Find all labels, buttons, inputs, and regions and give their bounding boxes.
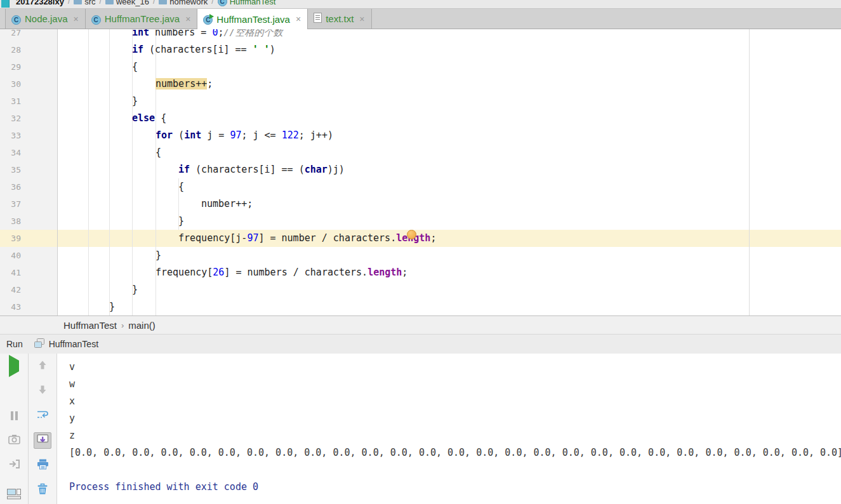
- run-toolwindow-body: vwxyz[0.0, 0.0, 0.0, 0.0, 0.0, 0.0, 0.0,…: [0, 354, 841, 504]
- clear-all-button[interactable]: [34, 482, 51, 498]
- tab-close-icon[interactable]: ×: [74, 14, 79, 24]
- code-line-36[interactable]: 36{: [0, 178, 841, 196]
- thread-dump-camera-icon: [8, 434, 20, 447]
- print-button[interactable]: [34, 457, 51, 474]
- line-number[interactable]: 42: [0, 281, 21, 298]
- code-segment: }: [156, 249, 161, 261]
- code-line-41[interactable]: 41frequency[26] = numbers / characters.l…: [0, 264, 841, 281]
- code-text: {: [132, 58, 138, 76]
- folder-icon: [105, 0, 114, 6]
- breadcrumb-method[interactable]: main(): [128, 320, 156, 331]
- navbar-separator: /: [150, 0, 157, 6]
- code-text: }: [132, 281, 138, 298]
- console-output-line: [0.0, 0.0, 0.0, 0.0, 0.0, 0.0, 0.0, 0.0,…: [69, 444, 841, 461]
- code-line-30[interactable]: 30numbers++;: [0, 76, 841, 93]
- code-segment: )j): [328, 164, 345, 175]
- code-line-38[interactable]: 38}: [0, 213, 841, 230]
- navbar-item-src[interactable]: src: [72, 0, 96, 6]
- navbar-item-label: homework: [169, 0, 208, 6]
- navbar-item-homework[interactable]: homework: [157, 0, 209, 6]
- line-number[interactable]: 43: [0, 298, 21, 315]
- tab-close-icon[interactable]: ×: [296, 14, 301, 24]
- run-toolbar-right: [29, 354, 57, 504]
- tab-node-java[interactable]: CNode.java×: [5, 9, 86, 29]
- code-line-28[interactable]: 28if (characters[i] == ' '): [0, 41, 841, 58]
- tab-huffmantest-java[interactable]: CHuffmanTest.java×: [197, 9, 308, 29]
- code-segment: ): [270, 44, 275, 55]
- run-console-output[interactable]: vwxyz[0.0, 0.0, 0.0, 0.0, 0.0, 0.0, 0.0,…: [57, 354, 841, 504]
- console-system-line: Process finished with exit code 0: [69, 479, 841, 496]
- text-file-icon: [314, 13, 322, 25]
- line-number[interactable]: 39: [0, 230, 21, 247]
- tab-text-txt[interactable]: text.txt×: [308, 9, 371, 29]
- code-line-37[interactable]: 37number++;: [0, 196, 841, 213]
- code-text: {: [156, 144, 161, 161]
- code-segment: numbers =: [149, 29, 212, 38]
- code-segment: }: [109, 301, 115, 312]
- stop-button: [5, 383, 23, 399]
- code-editor[interactable]: 27int numbers = 0;//空格的个数28if (character…: [0, 29, 841, 315]
- navbar-separator: /: [97, 0, 104, 6]
- pause-button: [5, 408, 23, 424]
- code-segment: frequency[: [156, 267, 213, 278]
- code-segment: number++;: [201, 198, 253, 209]
- console-output-line: x: [69, 393, 841, 410]
- code-line-34[interactable]: 34{: [0, 144, 841, 161]
- line-number[interactable]: 32: [0, 110, 21, 127]
- line-number[interactable]: 30: [0, 76, 21, 93]
- code-text: numbers++;: [156, 76, 213, 93]
- print-icon: [37, 459, 49, 472]
- navbar-item-week_16[interactable]: week_16: [104, 0, 150, 6]
- code-line-29[interactable]: 29{: [0, 58, 841, 76]
- line-number[interactable]: 38: [0, 213, 21, 230]
- line-number[interactable]: 35: [0, 161, 21, 178]
- code-text: }: [109, 298, 115, 315]
- soft-wrap-icon: [36, 409, 49, 422]
- code-segment: ; j <=: [241, 129, 281, 141]
- run-toolwindow-title[interactable]: Run: [0, 339, 29, 349]
- code-segment: ;: [402, 267, 407, 278]
- restore-layout-button[interactable]: [5, 487, 23, 503]
- code-line-43[interactable]: 43}: [0, 298, 841, 315]
- line-number[interactable]: 36: [0, 178, 21, 196]
- tab-huffmantree-java[interactable]: CHuffmanTree.java×: [86, 9, 198, 29]
- line-number[interactable]: 41: [0, 264, 21, 281]
- code-segment: if: [178, 164, 190, 175]
- code-segment: ; j++): [299, 129, 333, 141]
- tab-close-icon[interactable]: ×: [359, 14, 364, 24]
- line-number[interactable]: 40: [0, 247, 21, 264]
- code-line-27[interactable]: 27int numbers = 0;//空格的个数: [0, 29, 841, 41]
- rerun-button[interactable]: [5, 358, 23, 375]
- code-line-32[interactable]: 32else {: [0, 110, 841, 127]
- navbar-item-20172328lxy[interactable]: 20172328lxy: [0, 0, 65, 9]
- scroll-to-end-button[interactable]: [34, 432, 51, 449]
- code-line-31[interactable]: 31}: [0, 93, 841, 110]
- breadcrumb-class[interactable]: HuffmanTest: [63, 320, 117, 331]
- navbar-item-label: week_16: [116, 0, 149, 6]
- code-line-35[interactable]: 35if (characters[i] == (char)j): [0, 161, 841, 178]
- line-number[interactable]: 34: [0, 144, 21, 161]
- run-config-tab[interactable]: HuffmanTest: [29, 335, 103, 354]
- line-number[interactable]: 29: [0, 58, 21, 76]
- console-output-line: z: [69, 427, 841, 444]
- run-config-name: HuffmanTest: [49, 339, 98, 349]
- run-toolbar-left: [0, 354, 29, 504]
- line-number[interactable]: 31: [0, 93, 21, 110]
- intention-bulb-icon[interactable]: [407, 230, 416, 239]
- code-segment: else: [132, 112, 155, 124]
- code-line-39[interactable]: 39frequency[j-97] = number / characters.…: [0, 230, 841, 247]
- navbar-item-huffmantest[interactable]: CHuffmanTest: [216, 0, 277, 6]
- code-line-33[interactable]: 33for (int j = 97; j <= 122; j++): [0, 127, 841, 144]
- tab-close-icon[interactable]: ×: [185, 14, 190, 24]
- code-line-40[interactable]: 40}: [0, 247, 841, 264]
- line-number[interactable]: 37: [0, 196, 21, 213]
- line-number[interactable]: 27: [0, 29, 21, 41]
- line-number[interactable]: 33: [0, 127, 21, 144]
- code-segment: {: [132, 61, 138, 72]
- code-line-42[interactable]: 42}: [0, 281, 841, 298]
- class-icon: C: [11, 13, 21, 25]
- tab-label: HuffmanTree.java: [105, 13, 180, 24]
- line-number[interactable]: 28: [0, 41, 21, 58]
- navbar-separator: /: [65, 0, 72, 6]
- soft-wrap-button[interactable]: [34, 408, 51, 424]
